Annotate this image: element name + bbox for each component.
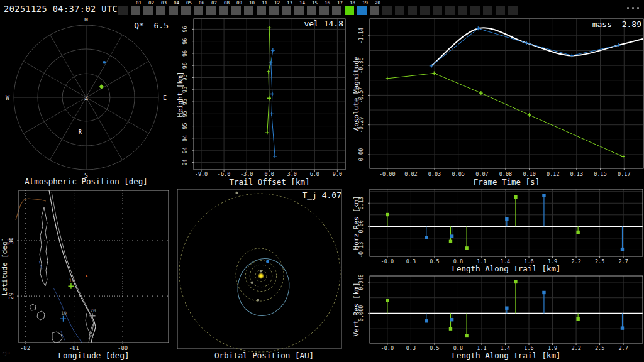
frame-slot-x29[interactable] <box>482 1 494 17</box>
vert-res-panel: -0.00.30.50.81.11.41.61.92.22.52.70.0480… <box>352 275 644 362</box>
svg-text:0.3: 0.3 <box>406 258 416 265</box>
frame-slot-20[interactable]: 20 <box>369 1 381 17</box>
svg-text:Z: Z <box>84 94 88 101</box>
frame-slot-07[interactable]: 07 <box>205 1 218 17</box>
frame-slot-x28[interactable] <box>469 1 482 17</box>
svg-text:0.17: 0.17 <box>618 171 630 177</box>
frame-slot-15[interactable]: 15 <box>306 1 318 17</box>
svg-text:0.03: 0.03 <box>428 171 441 177</box>
frame-slot-x23[interactable] <box>406 1 419 17</box>
svg-text:-0.0: -0.0 <box>381 258 394 265</box>
frame-slot-04[interactable]: 04 <box>167 1 180 17</box>
trail-offset-panel: -9.0-6.0-3.00.03.06.09.09494949595959595… <box>176 18 352 187</box>
svg-text:96: 96 <box>182 62 188 69</box>
svg-text:0.3: 0.3 <box>406 345 416 351</box>
frame-slot-19[interactable]: 19 <box>356 1 369 17</box>
frame-slot-09[interactable]: 09 <box>230 1 243 17</box>
svg-text:3.0: 3.0 <box>287 171 297 177</box>
overflow-menu-icon[interactable] <box>627 7 639 9</box>
orbital-position-chart: T_j 4.07Orbital Position [AU] <box>176 187 352 362</box>
svg-text:19: 19 <box>61 310 67 316</box>
horz-res-chart: -0.00.30.50.81.11.41.61.92.22.52.70.130.… <box>352 187 644 275</box>
frame-slot-x31[interactable] <box>507 1 519 17</box>
svg-text:94: 94 <box>182 135 188 141</box>
svg-text:94: 94 <box>182 159 188 165</box>
svg-text:Q* 6.5: Q* 6.5 <box>134 21 169 30</box>
svg-text:0.07: 0.07 <box>475 171 488 177</box>
svg-text:Absolute Magnitude: Absolute Magnitude <box>352 56 360 131</box>
svg-text:96: 96 <box>182 38 188 45</box>
frame-slot-14[interactable]: 14 <box>293 1 306 17</box>
svg-text:0.10: 0.10 <box>523 171 535 177</box>
frame-slot-x21[interactable] <box>381 1 394 17</box>
svg-text:-3.0: -3.0 <box>240 171 253 177</box>
magnitude-panel: -0.000.020.030.050.070.080.100.120.130.1… <box>352 18 644 187</box>
svg-text:-82: -82 <box>20 345 30 351</box>
app-window: 20251125 04:37:02 UTC 010203040506070809… <box>0 0 644 362</box>
frame-slot-06[interactable]: 06 <box>192 1 205 17</box>
svg-text:2.7: 2.7 <box>618 345 628 351</box>
svg-text:Length Along Trail [km]: Length Along Trail [km] <box>452 264 560 273</box>
frame-slot-02[interactable]: 02 <box>142 1 155 17</box>
ground-map-chart: -82-81-803029Longitude [deg]Latitude [de… <box>0 187 176 362</box>
top-bar: 20251125 04:37:02 UTC 010203040506070809… <box>0 0 644 18</box>
magnitude-chart: -0.000.020.030.050.070.080.100.120.130.1… <box>352 18 644 187</box>
frame-slot-13[interactable]: 13 <box>280 1 293 17</box>
svg-text:20: 20 <box>91 308 97 314</box>
svg-text:0.12: 0.12 <box>547 171 559 177</box>
frame-slot-03[interactable]: 03 <box>155 1 167 17</box>
frame-slot-x24[interactable] <box>419 1 431 17</box>
frame-slot-18[interactable]: 18 <box>343 1 356 17</box>
atmospheric-position-chart: NSEWZRQ* 6.5Atmospheric Position [deg] <box>0 18 176 187</box>
svg-text:2.5: 2.5 <box>595 345 604 351</box>
frame-slot-12[interactable]: 12 <box>268 1 280 17</box>
frame-slot-x22[interactable] <box>394 1 406 17</box>
svg-text:N: N <box>84 18 88 23</box>
svg-text:-0.00: -0.00 <box>379 171 396 177</box>
svg-text:96: 96 <box>182 26 188 32</box>
svg-text:Trail Offset [km]: Trail Offset [km] <box>230 177 310 187</box>
frame-slot-16[interactable]: 16 <box>318 1 331 17</box>
trail-badge: vel 14.8 <box>304 19 343 28</box>
atmospheric-position-panel: NSEWZRQ* 6.5Atmospheric Position [deg] <box>0 18 176 187</box>
horz-res-panel: -0.00.30.50.81.11.41.61.92.22.52.70.130.… <box>352 187 644 275</box>
svg-text:Orbital Position [AU]: Orbital Position [AU] <box>214 351 314 360</box>
svg-text:W: W <box>6 94 10 101</box>
timestamp: 20251125 04:37:02 UTC <box>4 4 118 14</box>
frame-slot-01[interactable]: 01 <box>130 1 142 17</box>
svg-text:-1.14: -1.14 <box>358 28 364 44</box>
frame-slot-x26[interactable] <box>444 1 457 17</box>
svg-text:0.05: 0.05 <box>452 171 464 177</box>
svg-text:0.02: 0.02 <box>404 171 417 177</box>
svg-text:T_j 4.07: T_j 4.07 <box>302 190 341 200</box>
frame-strip: 0102030405060708091011121314151617181920 <box>117 1 519 17</box>
magnitude-badge: mass -2.89 <box>592 19 641 29</box>
svg-text:2.5: 2.5 <box>595 258 604 265</box>
svg-text:0.00: 0.00 <box>358 148 364 161</box>
frame-slot-11[interactable]: 11 <box>255 1 268 17</box>
frame-slot-17[interactable]: 17 <box>331 1 343 17</box>
orbital-position-panel: T_j 4.07Orbital Position [AU] <box>176 187 352 362</box>
svg-text:95: 95 <box>182 123 188 129</box>
svg-text:Vert Res [km]: Vert Res [km] <box>352 282 360 336</box>
svg-text:E: E <box>163 94 167 101</box>
svg-text:18: 18 <box>69 278 75 283</box>
frame-slot-x27[interactable] <box>457 1 469 17</box>
svg-text:Frame Time [s]: Frame Time [s] <box>474 177 540 187</box>
svg-text:Longitude [deg]: Longitude [deg] <box>58 351 130 360</box>
svg-text:0.13: 0.13 <box>570 171 583 177</box>
frame-slot-05[interactable]: 05 <box>180 1 192 17</box>
frame-slot-x0[interactable] <box>117 1 130 17</box>
svg-text:6.0: 6.0 <box>310 171 319 177</box>
svg-text:0.08: 0.08 <box>499 171 512 177</box>
frame-slot-08[interactable]: 08 <box>218 1 230 17</box>
frame-slot-x25[interactable] <box>431 1 444 17</box>
svg-text:-6.0: -6.0 <box>218 171 230 177</box>
vert-res-chart: -0.00.30.50.81.11.41.61.92.22.52.70.0480… <box>352 275 644 362</box>
svg-text:30: 30 <box>8 238 14 244</box>
svg-text:-9.0: -9.0 <box>195 171 208 177</box>
frame-slot-10[interactable]: 10 <box>243 1 255 17</box>
svg-text:-0.0: -0.0 <box>381 345 394 351</box>
frame-slot-x30[interactable] <box>494 1 507 17</box>
svg-text:Height [km]: Height [km] <box>176 72 184 118</box>
